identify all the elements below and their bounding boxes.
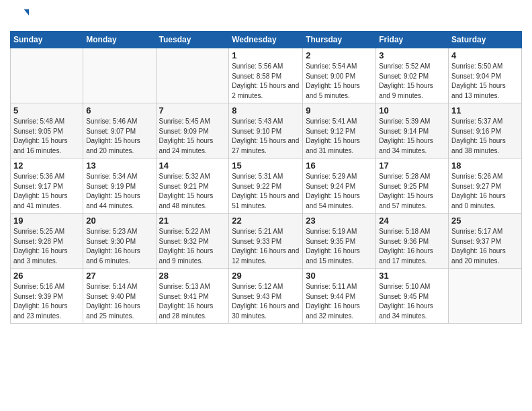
day-number: 18	[451, 161, 519, 171]
day-info: Sunrise: 5:17 AM Sunset: 9:37 PM Dayligh…	[451, 227, 519, 266]
day-number: 4	[451, 50, 519, 60]
day-number: 16	[306, 161, 373, 171]
day-info: Sunrise: 5:31 AM Sunset: 9:22 PM Dayligh…	[232, 172, 300, 211]
calendar-cell: 3Sunrise: 5:52 AM Sunset: 9:02 PM Daylig…	[376, 48, 449, 103]
day-number: 1	[232, 50, 300, 60]
svg-marker-0	[24, 9, 29, 15]
day-info: Sunrise: 5:50 AM Sunset: 9:04 PM Dayligh…	[451, 62, 519, 101]
calendar-cell: 10Sunrise: 5:39 AM Sunset: 9:14 PM Dayli…	[376, 103, 449, 158]
calendar-cell	[156, 48, 229, 103]
day-number: 13	[86, 161, 152, 171]
day-header-wednesday: Wednesday	[229, 32, 303, 48]
day-info: Sunrise: 5:21 AM Sunset: 9:33 PM Dayligh…	[232, 227, 300, 266]
day-info: Sunrise: 5:14 AM Sunset: 9:40 PM Dayligh…	[86, 282, 152, 321]
calendar-cell	[11, 48, 83, 103]
logo	[10, 7, 32, 26]
calendar-cell: 5Sunrise: 5:48 AM Sunset: 9:05 PM Daylig…	[11, 103, 83, 158]
day-number: 26	[13, 271, 80, 281]
day-info: Sunrise: 5:32 AM Sunset: 9:21 PM Dayligh…	[159, 172, 226, 211]
week-row-5: 26Sunrise: 5:16 AM Sunset: 9:39 PM Dayli…	[11, 269, 522, 324]
day-header-saturday: Saturday	[449, 32, 522, 48]
day-number: 20	[86, 216, 152, 226]
calendar-cell: 2Sunrise: 5:54 AM Sunset: 9:00 PM Daylig…	[303, 48, 376, 103]
calendar-cell: 18Sunrise: 5:26 AM Sunset: 9:27 PM Dayli…	[449, 158, 522, 214]
day-info: Sunrise: 5:12 AM Sunset: 9:43 PM Dayligh…	[232, 282, 300, 321]
calendar-cell: 31Sunrise: 5:10 AM Sunset: 9:45 PM Dayli…	[376, 269, 449, 324]
week-row-4: 19Sunrise: 5:25 AM Sunset: 9:28 PM Dayli…	[11, 214, 522, 269]
calendar-cell: 11Sunrise: 5:37 AM Sunset: 9:16 PM Dayli…	[449, 103, 522, 158]
calendar-cell: 19Sunrise: 5:25 AM Sunset: 9:28 PM Dayli…	[11, 214, 83, 269]
day-info: Sunrise: 5:43 AM Sunset: 9:10 PM Dayligh…	[232, 117, 300, 156]
day-number: 7	[159, 105, 226, 116]
calendar-cell: 29Sunrise: 5:12 AM Sunset: 9:43 PM Dayli…	[229, 269, 303, 324]
calendar-cell: 8Sunrise: 5:43 AM Sunset: 9:10 PM Daylig…	[229, 103, 303, 158]
day-header-tuesday: Tuesday	[156, 32, 229, 48]
day-info: Sunrise: 5:52 AM Sunset: 9:02 PM Dayligh…	[379, 62, 445, 101]
day-info: Sunrise: 5:29 AM Sunset: 9:24 PM Dayligh…	[306, 172, 373, 211]
day-number: 19	[13, 216, 80, 226]
day-info: Sunrise: 5:56 AM Sunset: 8:58 PM Dayligh…	[232, 62, 300, 101]
calendar-cell: 25Sunrise: 5:17 AM Sunset: 9:37 PM Dayli…	[449, 214, 522, 269]
day-number: 22	[232, 216, 300, 226]
calendar-cell: 13Sunrise: 5:34 AM Sunset: 9:19 PM Dayli…	[83, 158, 156, 214]
calendar-table: SundayMondayTuesdayWednesdayThursdayFrid…	[10, 31, 522, 324]
calendar-cell	[449, 269, 522, 324]
day-number: 3	[379, 50, 445, 60]
day-number: 11	[451, 105, 519, 116]
calendar-cell: 1Sunrise: 5:56 AM Sunset: 8:58 PM Daylig…	[229, 48, 303, 103]
day-info: Sunrise: 5:46 AM Sunset: 9:07 PM Dayligh…	[86, 117, 152, 156]
day-number: 25	[451, 216, 519, 226]
day-info: Sunrise: 5:45 AM Sunset: 9:09 PM Dayligh…	[159, 117, 226, 156]
day-info: Sunrise: 5:10 AM Sunset: 9:45 PM Dayligh…	[379, 282, 445, 321]
day-number: 23	[306, 216, 373, 226]
day-info: Sunrise: 5:22 AM Sunset: 9:32 PM Dayligh…	[159, 227, 226, 266]
week-row-3: 12Sunrise: 5:36 AM Sunset: 9:17 PM Dayli…	[11, 158, 522, 214]
calendar-cell: 6Sunrise: 5:46 AM Sunset: 9:07 PM Daylig…	[83, 103, 156, 158]
calendar-cell: 17Sunrise: 5:28 AM Sunset: 9:25 PM Dayli…	[376, 158, 449, 214]
day-info: Sunrise: 5:36 AM Sunset: 9:17 PM Dayligh…	[13, 172, 80, 211]
day-number: 12	[13, 161, 80, 171]
day-number: 29	[232, 271, 300, 281]
calendar-cell: 21Sunrise: 5:22 AM Sunset: 9:32 PM Dayli…	[156, 214, 229, 269]
day-info: Sunrise: 5:54 AM Sunset: 9:00 PM Dayligh…	[306, 62, 373, 101]
day-header-thursday: Thursday	[303, 32, 376, 48]
header	[10, 7, 522, 26]
calendar-cell: 16Sunrise: 5:29 AM Sunset: 9:24 PM Dayli…	[303, 158, 376, 214]
svg-rect-1	[10, 9, 24, 24]
calendar-cell: 7Sunrise: 5:45 AM Sunset: 9:09 PM Daylig…	[156, 103, 229, 158]
day-number: 6	[86, 105, 152, 116]
calendar-cell: 26Sunrise: 5:16 AM Sunset: 9:39 PM Dayli…	[11, 269, 83, 324]
day-info: Sunrise: 5:26 AM Sunset: 9:27 PM Dayligh…	[451, 172, 519, 211]
day-info: Sunrise: 5:16 AM Sunset: 9:39 PM Dayligh…	[13, 282, 80, 321]
day-info: Sunrise: 5:48 AM Sunset: 9:05 PM Dayligh…	[13, 117, 80, 156]
day-info: Sunrise: 5:34 AM Sunset: 9:19 PM Dayligh…	[86, 172, 152, 211]
day-header-friday: Friday	[376, 32, 449, 48]
day-number: 17	[379, 161, 445, 171]
day-number: 28	[159, 271, 226, 281]
day-number: 27	[86, 271, 152, 281]
calendar-cell: 30Sunrise: 5:11 AM Sunset: 9:44 PM Dayli…	[303, 269, 376, 324]
week-row-2: 5Sunrise: 5:48 AM Sunset: 9:05 PM Daylig…	[11, 103, 522, 158]
day-number: 5	[13, 105, 80, 116]
calendar-cell: 4Sunrise: 5:50 AM Sunset: 9:04 PM Daylig…	[449, 48, 522, 103]
calendar-cell: 22Sunrise: 5:21 AM Sunset: 9:33 PM Dayli…	[229, 214, 303, 269]
calendar-cell: 24Sunrise: 5:18 AM Sunset: 9:36 PM Dayli…	[376, 214, 449, 269]
calendar-cell: 20Sunrise: 5:23 AM Sunset: 9:30 PM Dayli…	[83, 214, 156, 269]
day-info: Sunrise: 5:18 AM Sunset: 9:36 PM Dayligh…	[379, 227, 445, 266]
day-header-sunday: Sunday	[11, 32, 83, 48]
day-info: Sunrise: 5:19 AM Sunset: 9:35 PM Dayligh…	[306, 227, 373, 266]
day-number: 10	[379, 105, 445, 116]
calendar-cell: 23Sunrise: 5:19 AM Sunset: 9:35 PM Dayli…	[303, 214, 376, 269]
day-number: 21	[159, 216, 226, 226]
calendar-cell: 14Sunrise: 5:32 AM Sunset: 9:21 PM Dayli…	[156, 158, 229, 214]
calendar-cell: 28Sunrise: 5:13 AM Sunset: 9:41 PM Dayli…	[156, 269, 229, 324]
calendar-cell: 15Sunrise: 5:31 AM Sunset: 9:22 PM Dayli…	[229, 158, 303, 214]
day-number: 2	[306, 50, 373, 60]
day-info: Sunrise: 5:37 AM Sunset: 9:16 PM Dayligh…	[451, 117, 519, 156]
day-number: 9	[306, 105, 373, 116]
day-info: Sunrise: 5:13 AM Sunset: 9:41 PM Dayligh…	[159, 282, 226, 321]
day-header-monday: Monday	[83, 32, 156, 48]
day-number: 15	[232, 161, 300, 171]
day-number: 24	[379, 216, 445, 226]
day-number: 30	[306, 271, 373, 281]
